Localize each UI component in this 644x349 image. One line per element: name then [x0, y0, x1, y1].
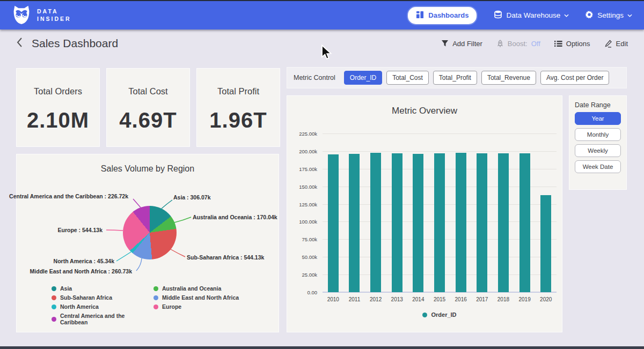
bar-2012[interactable] [370, 153, 381, 292]
kpi-label: Total Profit [197, 86, 280, 96]
back-button[interactable] [16, 37, 23, 50]
bar-2019[interactable] [519, 153, 530, 292]
legend-label: Order_ID [431, 311, 456, 318]
legend-dot [52, 305, 56, 309]
chevron-down-icon [564, 14, 569, 17]
date-range-weekly-button[interactable]: Weekly [575, 144, 621, 157]
date-range-title: Date Range [575, 101, 621, 109]
bar-2016[interactable] [456, 153, 466, 292]
pie-legend-item-north-america[interactable]: North America [52, 303, 153, 310]
bar-2020[interactable] [540, 195, 551, 292]
nav-dashboards-button[interactable]: Dashboards [407, 6, 478, 25]
bottom-bar [0, 346, 644, 349]
bar-2013[interactable] [392, 153, 402, 292]
chart-title: Metric Overview [287, 106, 562, 116]
y-tick-label: 225.00k [287, 131, 317, 137]
legend-label: Middle East and North Africa [162, 294, 239, 301]
edit-button[interactable]: Edit [604, 40, 628, 48]
kpi-value: 1.96T [197, 108, 280, 132]
x-tick-label: 2013 [386, 296, 408, 302]
date-range-year-button[interactable]: Year [575, 112, 621, 125]
metric-chip-order-id[interactable]: Order_ID [344, 71, 382, 85]
bar-slot [450, 133, 472, 292]
pie-legend-item-asia[interactable]: Asia [52, 285, 153, 292]
date-range-buttons: YearMonthlyWeeklyWeek Date [575, 112, 621, 173]
bar-2010[interactable] [328, 154, 339, 292]
metric-chip-total-profit[interactable]: Total_Profit [433, 71, 477, 85]
x-tick-label: 2012 [365, 296, 386, 302]
bar-slot [408, 133, 429, 292]
metric-chip-avg-cost-per-order[interactable]: Avg. Cost per Order [540, 71, 610, 85]
x-tick-label: 2010 [323, 296, 344, 302]
pie-chart[interactable] [123, 206, 177, 259]
page-title: Sales Dashboard [32, 37, 118, 50]
kpi-value: 2.10M [17, 108, 99, 132]
legend-label: Asia [60, 285, 72, 292]
pencil-icon [604, 40, 612, 48]
nav-settings[interactable]: Settings [585, 10, 632, 20]
nav-settings-label: Settings [597, 11, 624, 19]
legend-dot [153, 305, 158, 309]
x-axis-labels: 2010201120122013201420152016201720182019… [323, 296, 557, 302]
y-tick-label: 75.00k [287, 236, 317, 242]
legend-label: North America [60, 303, 99, 310]
pie-label-north-america: North America : 45.34k [54, 258, 114, 264]
kpi-card-total-orders: Total Orders 2.10M [16, 68, 100, 147]
metric-overview-chart: Metric Overview 225.00k200.00k175.00k150… [287, 95, 562, 332]
x-tick-label: 2016 [450, 296, 472, 302]
date-range-monthly-button[interactable]: Monthly [575, 128, 621, 141]
legend-label: Sub-Saharan Africa [60, 294, 112, 301]
bar-2015[interactable] [434, 153, 445, 292]
pie-legend-item-central-america-and-the-caribbean[interactable]: Central America and the Caribbean [52, 313, 153, 325]
owl-logo-icon [12, 4, 31, 27]
bar-slot [344, 133, 365, 292]
pie-legend-item-australia-and-oceania[interactable]: Australia and Oceania [153, 285, 272, 292]
app-window: DATA INSIDER Dashboards Data Warehouse [0, 0, 644, 349]
pie-chart-title: Sales Volume by Region [17, 164, 279, 174]
pie-label-australia-and-oceania: Australia and Oceania : 170.04k [193, 214, 277, 220]
list-icon [554, 40, 562, 47]
bar-2018[interactable] [498, 153, 509, 292]
legend-dot [52, 295, 56, 300]
kpi-label: Total Orders [17, 86, 99, 96]
pie-legend-item-europe[interactable]: Europe [153, 303, 272, 310]
bar-slot [323, 133, 344, 292]
legend-dot [422, 313, 427, 317]
x-tick-label: 2019 [514, 296, 536, 302]
pie-legend-item-sub-saharan-africa[interactable]: Sub-Saharan Africa [52, 294, 153, 301]
pie-legend-item-middle-east-and-north-africa[interactable]: Middle East and North Africa [153, 294, 272, 301]
edit-label: Edit [616, 40, 628, 48]
nav-dashboards-label: Dashboards [428, 11, 469, 19]
bar-2014[interactable] [413, 154, 423, 292]
bar-2017[interactable] [477, 153, 487, 292]
metric-control-label: Metric Control [294, 74, 335, 81]
metric-chip-total-revenue[interactable]: Total_Revenue [481, 71, 536, 85]
bar-chart-legend: Order_ID [323, 311, 557, 318]
add-filter-label: Add Filter [452, 40, 482, 48]
bar-slot [386, 133, 408, 292]
bar-slot [471, 133, 493, 292]
date-range-panel: Date Range YearMonthlyWeeklyWeek Date [569, 95, 627, 190]
nav-data-warehouse[interactable]: Data Warehouse [494, 10, 569, 20]
rocket-icon [496, 40, 504, 48]
metric-chips: Order_IDTotal_CostTotal_ProfitTotal_Reve… [344, 71, 610, 85]
x-tick-label: 2011 [344, 296, 365, 302]
y-tick-label: 25.00k [287, 272, 317, 278]
bar-series [323, 133, 557, 292]
x-tick-label: 2020 [535, 296, 557, 302]
legend-dot [52, 286, 56, 291]
legend-label: Central America and the Caribbean [60, 313, 153, 325]
bar-2011[interactable] [349, 154, 360, 292]
add-filter-button[interactable]: Add Filter [441, 40, 482, 48]
options-button[interactable]: Options [554, 40, 590, 48]
metric-chip-total-cost[interactable]: Total_Cost [386, 71, 429, 85]
brand[interactable]: DATA INSIDER [12, 4, 71, 27]
top-nav: DATA INSIDER Dashboards Data Warehouse [0, 0, 644, 29]
y-tick-label: 125.00k [287, 202, 317, 207]
date-range-week-date-button[interactable]: Week Date [575, 160, 621, 173]
pie-label-middle-east-and-north-africa: Middle East and North Africa : 260.73k [30, 268, 132, 274]
brand-line2: INSIDER [37, 16, 71, 23]
pie-label-sub-saharan-africa: Sub-Saharan Africa : 544.13k [187, 254, 264, 261]
boost-toggle[interactable]: Boost: Off [496, 40, 540, 48]
y-tick-label: 0.00 [287, 289, 317, 295]
